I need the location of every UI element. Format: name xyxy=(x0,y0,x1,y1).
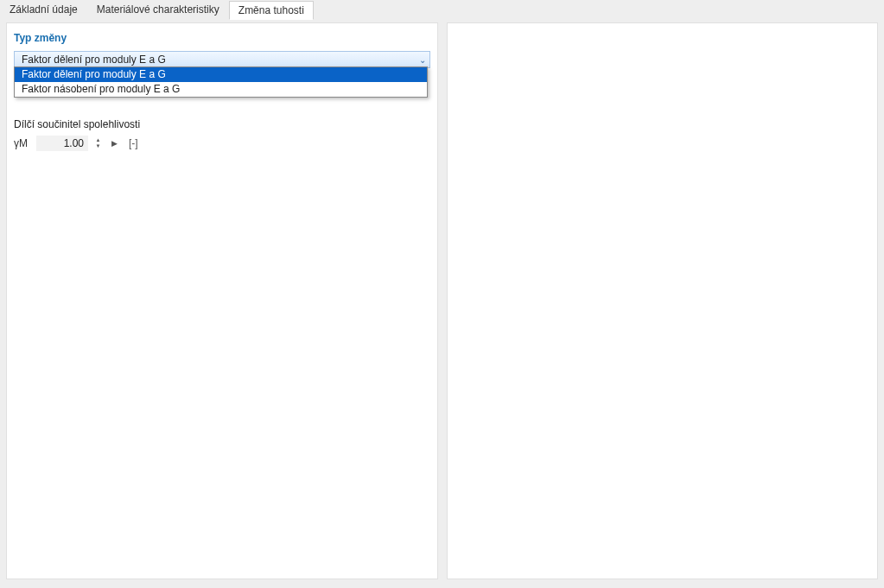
dropdown-option-nasobeni[interactable]: Faktor násobení pro moduly E a G xyxy=(15,82,427,97)
gamma-m-unit: [-] xyxy=(129,137,138,149)
tab-materialove-charakteristiky[interactable]: Materiálové charakteristiky xyxy=(87,0,229,19)
gamma-m-row: γM ▲ ▼ ▶ [-] xyxy=(14,136,430,151)
tab-bar: Základní údaje Materiálové charakteristi… xyxy=(0,0,884,19)
right-panel xyxy=(447,22,879,579)
gamma-m-symbol: γM xyxy=(14,137,31,149)
tab-zmena-tuhosti[interactable]: Změna tuhosti xyxy=(229,1,314,20)
combo-selected-text: Faktor dělení pro moduly E a G xyxy=(22,54,166,66)
gamma-m-spinner: ▲ ▼ xyxy=(93,136,103,151)
spinner-up-icon[interactable]: ▲ xyxy=(93,137,103,143)
left-panel: Typ změny Faktor dělení pro moduly E a G… xyxy=(6,22,438,579)
content-area: Typ změny Faktor dělení pro moduly E a G… xyxy=(0,19,884,588)
reliability-label: Dílčí součinitel spolehlivosti xyxy=(14,118,430,130)
spinner-down-icon[interactable]: ▼ xyxy=(93,143,103,149)
gamma-m-input[interactable] xyxy=(36,136,88,151)
dropdown-option-deleni[interactable]: Faktor dělení pro moduly E a G xyxy=(15,67,427,82)
apply-arrow-icon[interactable]: ▶ xyxy=(108,137,120,149)
chevron-down-icon: ⌄ xyxy=(419,55,426,65)
typ-zmeny-dropdown-list: Faktor dělení pro moduly E a G Faktor ná… xyxy=(14,66,428,98)
typ-zmeny-combobox[interactable]: Faktor dělení pro moduly E a G ⌄ xyxy=(14,51,430,68)
section-title-typ-zmeny: Typ změny xyxy=(14,32,430,44)
tab-zakladni-udaje[interactable]: Základní údaje xyxy=(0,0,87,19)
